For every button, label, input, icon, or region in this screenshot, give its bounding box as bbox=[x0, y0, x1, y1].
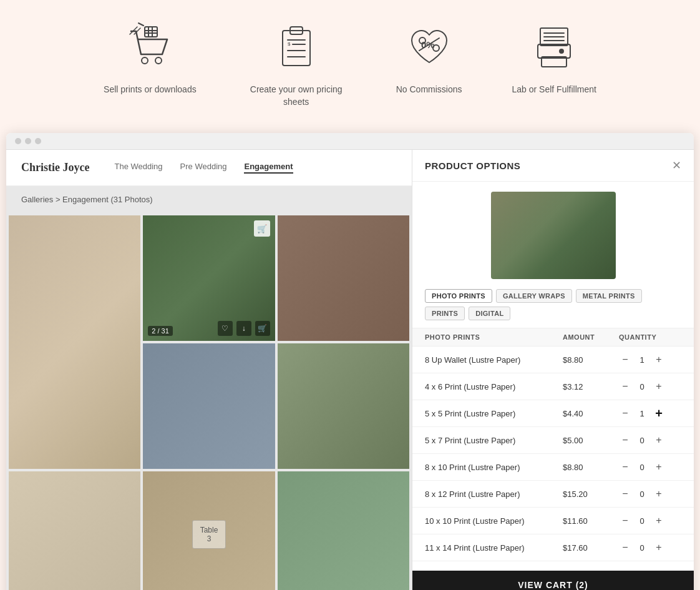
col-header-amount: AMOUNT bbox=[563, 333, 619, 341]
printer-icon bbox=[526, 19, 582, 75]
photo-cell-4[interactable] bbox=[143, 343, 275, 469]
gallery-breadcrumb: Galleries > Engagement (31 Photos) bbox=[6, 186, 412, 213]
qty-value-2: 1 bbox=[638, 409, 646, 418]
qty-plus-5[interactable]: + bbox=[653, 488, 665, 500]
qty-plus-2[interactable]: + bbox=[653, 407, 665, 420]
nav-link-engagement[interactable]: Engagement bbox=[244, 162, 293, 174]
svg-point-0 bbox=[142, 57, 148, 64]
cart-btn[interactable]: 🛒 bbox=[255, 321, 270, 336]
qty-minus-1[interactable]: − bbox=[619, 380, 631, 393]
cat-tab-gallery-wraps[interactable]: GALLERY WRAPS bbox=[496, 289, 572, 303]
product-row: 10 x 10 Print (Lustre Paper) $11.60 − 0 … bbox=[412, 508, 694, 534]
product-name-5: 8 x 12 Print (Lustre Paper) bbox=[425, 489, 563, 499]
quantity-control-7: − 0 + bbox=[619, 541, 681, 554]
nav-link-prewedding[interactable]: Pre Wedding bbox=[180, 162, 227, 174]
qty-plus-4[interactable]: + bbox=[653, 461, 665, 473]
qty-value-4: 0 bbox=[638, 463, 646, 472]
photo-badge: 2 / 31 bbox=[148, 326, 173, 336]
qty-minus-5[interactable]: − bbox=[619, 488, 631, 500]
favorite-btn[interactable]: ♡ bbox=[218, 321, 233, 336]
product-amount-2: $4.40 bbox=[563, 409, 619, 418]
gallery-panel: Christie Joyce The Wedding Pre Wedding E… bbox=[6, 150, 412, 590]
close-button[interactable]: ✕ bbox=[672, 160, 681, 171]
feature-sell-prints: Sell prints or downloads bbox=[104, 19, 197, 96]
qty-plus-0[interactable]: + bbox=[653, 353, 665, 366]
product-name-4: 8 x 10 Print (Lustre Paper) bbox=[425, 463, 563, 472]
browser-bar bbox=[6, 133, 694, 150]
quantity-control-6: − 0 + bbox=[619, 514, 681, 527]
photo-cell-6[interactable]: Table3 bbox=[143, 471, 275, 590]
product-amount-0: $8.80 bbox=[563, 355, 619, 365]
product-name-6: 10 x 10 Print (Lustre Paper) bbox=[425, 516, 563, 526]
product-amount-1: $3.12 bbox=[563, 382, 619, 391]
qty-plus-7[interactable]: + bbox=[653, 541, 665, 554]
svg-rect-22 bbox=[538, 44, 570, 58]
product-header: PRODUCT OPTIONS ✕ bbox=[412, 150, 694, 182]
qty-plus-6[interactable]: + bbox=[653, 514, 665, 527]
product-row: 12 x 12 Print (Lustre Paper) $17.40 − 0 … bbox=[412, 561, 694, 571]
svg-point-1 bbox=[155, 57, 162, 64]
product-name-2: 5 x 5 Print (Lustre Paper) bbox=[425, 409, 563, 418]
view-cart-button[interactable]: VIEW CART (2) bbox=[425, 580, 681, 590]
cat-tab-prints[interactable]: PRINTS bbox=[425, 307, 465, 320]
cat-tab-metal-prints[interactable]: METAL PRINTS bbox=[576, 289, 642, 303]
qty-minus-2[interactable]: − bbox=[619, 407, 631, 420]
product-row: 11 x 14 Print (Lustre Paper) $17.60 − 0 … bbox=[412, 534, 694, 561]
qty-minus-4[interactable]: − bbox=[619, 461, 631, 473]
qty-minus-3[interactable]: − bbox=[619, 434, 631, 446]
browser-dot-3 bbox=[35, 138, 41, 144]
clipboard-icon: $ bbox=[268, 19, 324, 75]
view-cart-bar: VIEW CART (2) bbox=[412, 571, 694, 590]
product-table-header: PHOTO PRINTS AMOUNT QUANTITY bbox=[412, 328, 694, 347]
feature-fulfillment: Lab or Self Fulfillment bbox=[512, 19, 596, 96]
qty-value-5: 0 bbox=[638, 489, 646, 499]
feature-no-commissions-label: No Commissions bbox=[396, 84, 462, 96]
download-btn[interactable]: ↓ bbox=[236, 321, 251, 336]
cart-overlay-btn[interactable]: 🛒 bbox=[254, 220, 270, 237]
gallery-logo: Christie Joyce bbox=[21, 161, 89, 174]
product-rows: 8 Up Wallet (Lustre Paper) $8.80 − 1 + 4… bbox=[412, 347, 694, 571]
qty-plus-3[interactable]: + bbox=[653, 434, 665, 446]
feature-sell-prints-label: Sell prints or downloads bbox=[104, 84, 197, 96]
svg-rect-7 bbox=[283, 31, 310, 66]
feature-fulfillment-label: Lab or Self Fulfillment bbox=[512, 84, 596, 96]
photo-actions: ♡ ↓ 🛒 bbox=[218, 321, 270, 336]
svg-text:$: $ bbox=[288, 41, 291, 47]
feature-pricing-sheets: $ Create your own pricing sheets bbox=[246, 19, 346, 108]
photo-cell-8[interactable] bbox=[278, 471, 409, 590]
heart-zero-percent-icon: 0% bbox=[401, 19, 457, 75]
qty-minus-0[interactable]: − bbox=[619, 353, 631, 366]
svg-point-24 bbox=[560, 49, 563, 53]
product-amount-6: $11.60 bbox=[563, 516, 619, 526]
photo-cell-1[interactable] bbox=[9, 215, 140, 469]
category-tabs: PHOTO PRINTS GALLERY WRAPS METAL PRINTS … bbox=[412, 289, 694, 328]
feature-bar: Sell prints or downloads $ Create your o… bbox=[0, 0, 700, 133]
quantity-control-3: − 0 + bbox=[619, 434, 681, 446]
col-header-quantity: QUANTITY bbox=[619, 333, 681, 341]
app-content: Christie Joyce The Wedding Pre Wedding E… bbox=[6, 150, 694, 590]
qty-value-6: 0 bbox=[638, 516, 646, 526]
cart-icon bbox=[122, 19, 178, 75]
qty-value-3: 0 bbox=[638, 436, 646, 445]
product-row: 5 x 5 Print (Lustre Paper) $4.40 − 1 + bbox=[412, 400, 694, 427]
photo-cell-2[interactable]: 🛒 2 / 31 ♡ ↓ 🛒 bbox=[143, 215, 275, 341]
feature-no-commissions: 0% No Commissions bbox=[396, 19, 462, 96]
quantity-control-1: − 0 + bbox=[619, 380, 681, 393]
gallery-nav-links: The Wedding Pre Wedding Engagement bbox=[114, 162, 293, 174]
nav-link-wedding[interactable]: The Wedding bbox=[114, 162, 162, 174]
product-row: 4 x 6 Print (Lustre Paper) $3.12 − 0 + bbox=[412, 373, 694, 400]
photo-cell-7[interactable] bbox=[9, 471, 140, 590]
cat-tab-digital[interactable]: DIGITAL bbox=[469, 307, 510, 320]
product-name-1: 4 x 6 Print (Lustre Paper) bbox=[425, 382, 563, 391]
qty-minus-7[interactable]: − bbox=[619, 541, 631, 554]
product-name-0: 8 Up Wallet (Lustre Paper) bbox=[425, 355, 563, 365]
photo-cell-5[interactable] bbox=[278, 343, 409, 469]
qty-value-0: 1 bbox=[638, 355, 646, 365]
cat-tab-photo-prints[interactable]: PHOTO PRINTS bbox=[425, 289, 492, 303]
qty-minus-6[interactable]: − bbox=[619, 514, 631, 527]
qty-plus-1[interactable]: + bbox=[653, 380, 665, 393]
product-row: 8 x 10 Print (Lustre Paper) $8.80 − 0 + bbox=[412, 454, 694, 481]
photo-cell-3[interactable] bbox=[278, 215, 409, 341]
product-amount-5: $15.20 bbox=[563, 489, 619, 499]
product-image bbox=[491, 192, 616, 279]
